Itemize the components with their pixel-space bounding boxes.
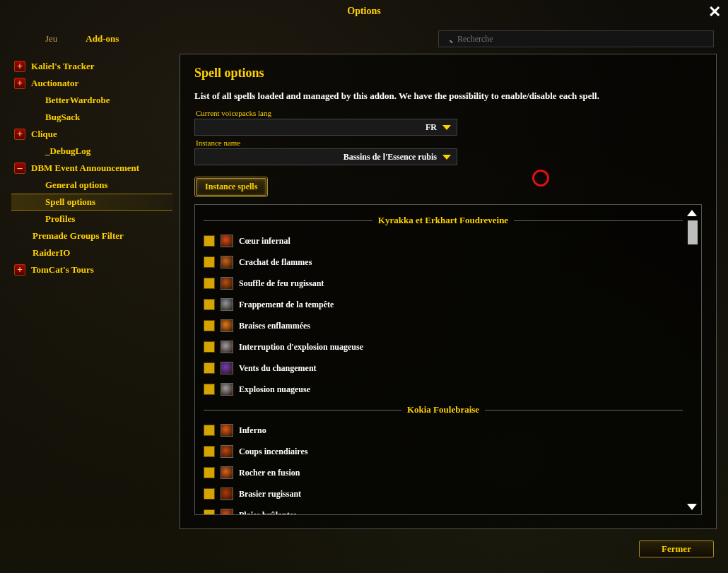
spell-icon <box>221 362 233 374</box>
spell-checkbox[interactable] <box>204 384 215 395</box>
sidebar-item[interactable]: +TomCat's Tours <box>11 261 172 278</box>
expand-icon[interactable]: + <box>14 264 25 276</box>
instance-label: Instance name <box>196 138 702 147</box>
spell-icon <box>221 277 233 290</box>
spell-name: Cœur infernal <box>239 236 290 247</box>
spell-name: Crachat de flammes <box>239 257 312 268</box>
spell-name: Rocher en fusion <box>239 468 300 478</box>
spell-row: Interruption d'explosion nuageuse <box>204 336 683 358</box>
spell-name: Vents du changement <box>239 363 317 374</box>
spell-name: Inferno <box>239 425 266 436</box>
spell-row: Vents du changement <box>204 358 683 379</box>
spell-icon <box>221 319 233 332</box>
spell-checkbox[interactable] <box>204 299 215 310</box>
spell-checkbox[interactable] <box>204 488 215 500</box>
lang-dropdown[interactable]: FR <box>194 119 457 136</box>
spell-checkbox[interactable] <box>204 425 215 436</box>
spell-row: Rocher en fusion <box>204 462 683 483</box>
spell-checkbox[interactable] <box>204 320 215 331</box>
spell-checkbox[interactable] <box>204 235 215 247</box>
sidebar-item[interactable]: –DBM Event Announcement <box>11 160 172 177</box>
spell-group-header: Kokia Foulebraise <box>204 404 683 415</box>
spell-icon <box>221 445 233 458</box>
spell-icon <box>221 383 233 396</box>
spell-name: Coups incendiaires <box>239 447 307 457</box>
spell-row: Frappement de la tempête <box>204 294 683 315</box>
spell-checkbox[interactable] <box>204 509 215 515</box>
spell-checkbox[interactable] <box>204 278 215 289</box>
expand-icon[interactable]: + <box>14 129 25 140</box>
sidebar-item[interactable]: +Auctionator <box>11 75 172 92</box>
panel-description: List of all spells loaded and managed by… <box>194 90 702 102</box>
spell-row: Crachat de flammes <box>204 252 683 273</box>
tab-game[interactable]: Jeu <box>45 33 57 45</box>
spell-name: Frappement de la tempête <box>239 300 334 310</box>
sidebar-subitem[interactable]: Premade Groups Filter <box>11 228 172 244</box>
sidebar-item-label: Auctionator <box>31 78 78 89</box>
spell-name: Interruption d'explosion nuageuse <box>239 342 363 353</box>
spell-name: Souffle de feu rugissant <box>239 278 324 289</box>
sidebar-subitem[interactable]: Spell options <box>11 194 172 211</box>
scroll-up-button[interactable] <box>686 206 698 219</box>
panel-title: Spell options <box>194 66 702 81</box>
scroll-down-button[interactable] <box>686 500 698 513</box>
sidebar-item[interactable]: +Clique <box>11 126 172 143</box>
spell-icon <box>221 509 233 515</box>
expand-icon[interactable]: + <box>14 61 25 72</box>
instance-value: Bassins de l'Essence rubis <box>344 152 437 163</box>
lang-value: FR <box>425 122 437 133</box>
sidebar-subitem[interactable]: RaiderIO <box>11 244 172 261</box>
spell-group-header: Kyrakka et Erkhart Foudreveine <box>204 215 683 226</box>
sidebar-item[interactable]: +Kaliel's Tracker <box>11 58 172 75</box>
spell-icon <box>221 256 233 268</box>
sidebar-subitem[interactable]: BetterWardrobe <box>11 92 172 109</box>
spell-icon <box>221 341 233 353</box>
spell-name: Explosion nuageuse <box>239 384 310 395</box>
spell-icon <box>221 424 233 437</box>
sidebar-subitem[interactable]: Profiles <box>11 211 172 228</box>
spell-row: Brasier rugissant <box>204 483 683 504</box>
spell-name: Brasier rugissant <box>239 489 301 500</box>
sidebar-item-label: Kaliel's Tracker <box>31 61 94 72</box>
sidebar-subitem[interactable]: _DebugLog <box>11 143 172 160</box>
lang-label: Current voicepacks lang <box>196 109 702 117</box>
close-button[interactable]: Fermer <box>639 540 714 557</box>
spell-checkbox[interactable] <box>204 256 215 268</box>
sidebar-item-label: TomCat's Tours <box>31 264 94 276</box>
expand-icon[interactable]: + <box>14 78 25 89</box>
instance-dropdown[interactable]: Bassins de l'Essence rubis <box>194 148 457 165</box>
spell-name: Plaies brûlantes <box>239 510 297 516</box>
sidebar-item-label: Clique <box>31 129 57 140</box>
close-icon[interactable]: ✕ <box>708 4 721 20</box>
window-title: Options <box>0 6 728 17</box>
scrollbar-thumb[interactable] <box>688 220 698 244</box>
spell-row: Coups incendiaires <box>204 441 683 462</box>
instance-spells-button[interactable]: Instance spells <box>196 178 266 196</box>
spell-checkbox[interactable] <box>204 341 215 353</box>
spell-row: Souffle de feu rugissant <box>204 273 683 294</box>
spell-row: Inferno <box>204 420 683 441</box>
spell-name: Braises enflammées <box>239 321 310 331</box>
collapse-icon[interactable]: – <box>14 163 25 174</box>
search-input[interactable] <box>438 30 714 47</box>
spell-row: Cœur infernal <box>204 230 683 252</box>
spell-row: Plaies brûlantes <box>204 504 683 515</box>
search-icon <box>438 30 714 47</box>
spell-checkbox[interactable] <box>204 446 215 457</box>
sidebar: +Kaliel's Tracker+AuctionatorBetterWardr… <box>11 54 172 529</box>
sidebar-subitem[interactable]: BugSack <box>11 109 172 126</box>
spell-icon <box>221 488 233 500</box>
tab-addons[interactable]: Add-ons <box>86 33 119 45</box>
sidebar-subitem[interactable]: General options <box>11 177 172 194</box>
spell-icon <box>221 466 233 479</box>
spell-checkbox[interactable] <box>204 362 215 374</box>
spell-row: Braises enflammées <box>204 315 683 336</box>
spell-list: Kyrakka et Erkhart FoudreveineCœur infer… <box>194 204 702 515</box>
chevron-down-icon <box>442 125 451 130</box>
sidebar-item-label: DBM Event Announcement <box>31 163 139 174</box>
spell-icon <box>221 298 233 311</box>
spell-icon <box>221 235 233 247</box>
spell-row: Explosion nuageuse <box>204 379 683 400</box>
spell-checkbox[interactable] <box>204 467 215 478</box>
main-panel: Spell options List of all spells loaded … <box>180 54 717 529</box>
